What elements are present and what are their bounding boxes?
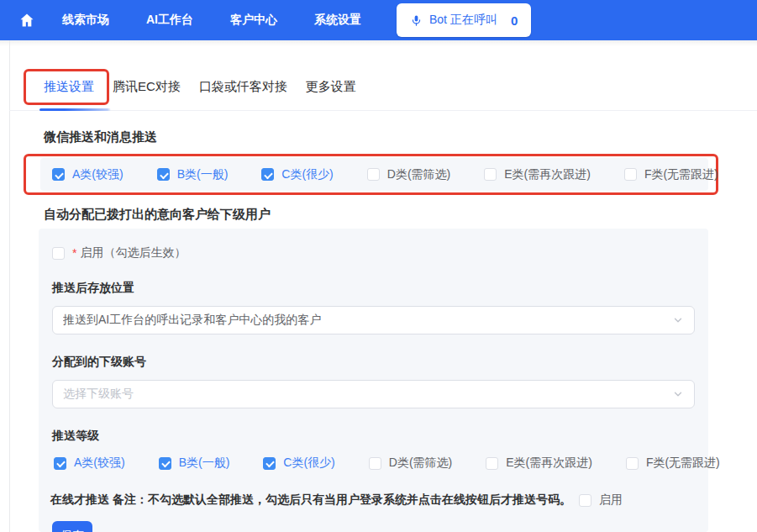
online-only-note: 在线才推送 备注：不勾选默认全部推送，勾选后只有当用户登录系统并点击在线按钮后才… bbox=[50, 492, 571, 508]
checkbox-level-b[interactable]: B类(一般) bbox=[157, 167, 229, 182]
nav-item-lead-market[interactable]: 线索市场 bbox=[62, 13, 109, 28]
tab-koudai-qianke[interactable]: 口袋或仟客对接 bbox=[199, 79, 287, 98]
checkbox-icon bbox=[579, 494, 591, 507]
tab-tencent-ec[interactable]: 腾讯EC对接 bbox=[113, 79, 181, 98]
bot-calling-count: 0 bbox=[511, 13, 518, 28]
wechat-push-level-group: A类(较强) B类(一般) C类(很少) D类(需筛选) E类(需再次跟进) F… bbox=[40, 158, 708, 191]
active-tab-underline bbox=[39, 108, 111, 111]
auto-assign-section-title: 自动分配已拨打出的意向客户给下级用户 bbox=[44, 207, 271, 223]
push-location-label: 推送后存放位置 bbox=[52, 281, 697, 296]
nav-item-ai-workbench[interactable]: AI工作台 bbox=[146, 13, 193, 28]
push-level-label: 推送等级 bbox=[52, 429, 697, 444]
sub-account-select[interactable]: 选择下级账号 bbox=[52, 380, 695, 408]
settings-page: 推送设置 腾讯EC对接 口袋或仟客对接 更多设置 微信推送和消息推送 A类(较强… bbox=[0, 40, 757, 532]
checkbox-icon bbox=[626, 457, 639, 470]
checkbox-level-e[interactable]: E类(需再次跟进) bbox=[484, 167, 591, 182]
checkbox-icon bbox=[369, 457, 381, 470]
checkbox-icon bbox=[263, 457, 276, 470]
checkbox-level-d[interactable]: D类(需筛选) bbox=[369, 456, 452, 471]
auto-assign-panel: * 启用（勾选后生效） 推送后存放位置 推送到AI工作台的呼出记录和客户中心的我… bbox=[39, 229, 708, 532]
checkbox-icon bbox=[159, 457, 171, 470]
checkbox-level-f[interactable]: F类(无需跟进) bbox=[624, 167, 718, 182]
nav-item-customer-center[interactable]: 客户中心 bbox=[230, 13, 277, 28]
tab-push-settings[interactable]: 推送设置 bbox=[44, 79, 94, 98]
enable-label: 启用（勾选后生效） bbox=[80, 245, 186, 261]
checkbox-level-c[interactable]: C类(很少) bbox=[261, 167, 333, 182]
chevron-down-icon bbox=[672, 388, 684, 400]
nav-item-system-settings[interactable]: 系统设置 bbox=[314, 13, 361, 28]
checkbox-icon bbox=[367, 168, 380, 181]
push-location-select[interactable]: 推送到AI工作台的呼出记录和客户中心的我的客户 bbox=[52, 306, 695, 334]
online-only-enable-checkbox[interactable]: 启用 bbox=[579, 492, 623, 508]
top-navigation-bar: 线索市场 AI工作台 客户中心 系统设置 Bot 正在呼叫 0 bbox=[0, 0, 757, 40]
bot-calling-label: Bot 正在呼叫 bbox=[429, 13, 497, 28]
settings-tabs: 推送设置 腾讯EC对接 口袋或仟客对接 更多设置 bbox=[44, 79, 356, 98]
checkbox-icon bbox=[157, 168, 170, 181]
app-window: 线索市场 AI工作台 客户中心 系统设置 Bot 正在呼叫 0 推送设置 腾讯E… bbox=[0, 0, 757, 532]
microphone-icon bbox=[410, 14, 423, 27]
checkbox-icon bbox=[484, 168, 497, 181]
sub-account-placeholder: 选择下级账号 bbox=[63, 387, 134, 402]
tabs-divider bbox=[9, 110, 757, 111]
checkbox-icon bbox=[52, 168, 65, 181]
checkbox-icon bbox=[52, 247, 65, 260]
sub-account-label: 分配到的下级账号 bbox=[52, 355, 697, 370]
checkbox-level-a[interactable]: A类(较强) bbox=[52, 167, 124, 182]
left-edge-divider bbox=[9, 40, 10, 532]
checkbox-level-a[interactable]: A类(较强) bbox=[54, 456, 125, 471]
enable-checkbox[interactable]: * 启用（勾选后生效） bbox=[52, 229, 697, 261]
checkbox-icon bbox=[624, 168, 637, 181]
tab-more-settings[interactable]: 更多设置 bbox=[306, 79, 356, 98]
checkbox-icon bbox=[261, 168, 274, 181]
checkbox-level-e[interactable]: E类(需再次跟进) bbox=[486, 456, 592, 471]
checkbox-level-c[interactable]: C类(很少) bbox=[263, 456, 334, 471]
home-icon[interactable] bbox=[18, 12, 35, 29]
required-asterisk: * bbox=[72, 246, 76, 260]
online-only-note-row: 在线才推送 备注：不勾选默认全部推送，勾选后只有当用户登录系统并点击在线按钮后才… bbox=[50, 492, 697, 508]
checkbox-level-f[interactable]: F类(无需跟进) bbox=[626, 456, 720, 471]
bot-calling-button[interactable]: Bot 正在呼叫 0 bbox=[397, 3, 531, 37]
checkbox-icon bbox=[54, 457, 66, 470]
chevron-down-icon bbox=[672, 314, 684, 326]
push-location-value: 推送到AI工作台的呼出记录和客户中心的我的客户 bbox=[63, 313, 321, 328]
wechat-push-section-title: 微信推送和消息推送 bbox=[44, 129, 157, 145]
checkbox-level-b[interactable]: B类(一般) bbox=[159, 456, 230, 471]
checkbox-level-d[interactable]: D类(需筛选) bbox=[367, 167, 450, 182]
save-button[interactable]: 保存 bbox=[52, 521, 92, 532]
push-level-group: A类(较强) B类(一般) C类(很少) D类(需筛选) E类(需再次跟进) bbox=[54, 456, 697, 471]
checkbox-icon bbox=[486, 457, 498, 470]
